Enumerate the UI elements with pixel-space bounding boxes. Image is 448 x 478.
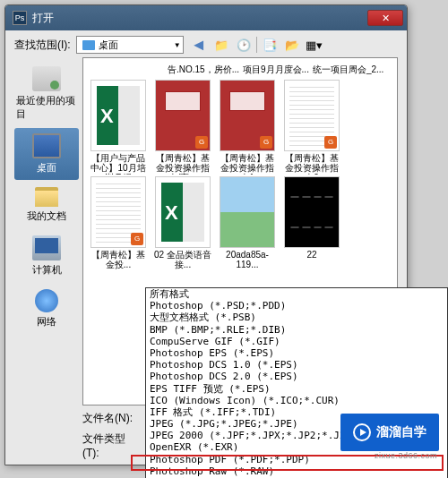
file-item[interactable]: 20ada85a-119... <box>216 176 279 269</box>
file-name: 【用户与产品中心】10月培训月报 <box>88 153 149 175</box>
computer-icon <box>32 235 61 260</box>
filetype-option[interactable]: CompuServe GIF (*.GIF) <box>146 336 447 347</box>
filetype-option[interactable]: Photoshop (*.PSD;*.PDD) <box>146 300 447 312</box>
file-item[interactable]: G【周青松】基金投... <box>87 176 150 269</box>
file-thumbnail <box>90 80 146 151</box>
file-name: 22 <box>306 250 316 260</box>
file-name: 02 全品类语音接... <box>152 250 213 269</box>
file-item[interactable]: 告.NO.15，房价... <box>168 64 239 76</box>
titlebar[interactable]: Ps 打开 ✕ <box>5 5 407 30</box>
file-item[interactable]: G【周青松】基金投资操作指南1 <box>216 80 279 175</box>
file-thumbnail: G <box>90 176 146 248</box>
up-icon[interactable]: 📁 <box>211 36 231 54</box>
filetype-option[interactable]: Photoshop DCS 2.0 (*.EPS) <box>146 371 447 382</box>
dialog-title: 打开 <box>32 11 367 26</box>
separator <box>256 37 257 53</box>
app-icon: Ps <box>13 11 27 25</box>
filetype-option[interactable]: Photoshop EPS (*.EPS) <box>146 347 447 359</box>
file-name: 【周青松】基金投资操作指南1 <box>217 153 278 175</box>
file-name: 20ada85a-119... <box>217 250 278 269</box>
play-icon <box>353 423 371 441</box>
nav-toolbar: ◄ 📁 🕑 📑 📂 ▦▾ <box>189 36 324 54</box>
filetype-option[interactable]: Photoshop Raw (*.RAW) <box>146 465 447 477</box>
file-item[interactable]: G【周青松】基金投资操作指南(高... <box>151 80 214 175</box>
file-item[interactable]: 统一项目周会_2... <box>313 64 383 76</box>
lookup-label: 查找范围(I): <box>14 38 71 53</box>
file-thumbnail <box>284 176 340 248</box>
filetype-option[interactable]: 大型文档格式 (*.PSB) <box>146 312 447 323</box>
file-item[interactable]: 22 <box>280 176 343 269</box>
new-folder-icon[interactable]: 📂 <box>282 36 302 54</box>
filename-label: 文件名(N): <box>82 411 140 426</box>
filetype-option[interactable]: 所有格式 <box>146 288 447 300</box>
file-name: 【周青松】基金投资操作指南(高... <box>152 153 213 175</box>
filetype-option[interactable]: EPS TIFF 预览 (*.EPS) <box>146 383 447 395</box>
file-item[interactable]: 02 全品类语音接... <box>151 176 214 269</box>
mydocs-icon <box>35 187 58 207</box>
file-row-partial: 告.NO.15，房价... 项目9月月度会... 统一项目周会_2... <box>87 62 393 80</box>
back-icon[interactable]: ◄ <box>189 36 209 54</box>
place-network[interactable]: 网络 <box>14 284 79 334</box>
pdf-badge-icon: G <box>195 136 208 149</box>
place-computer[interactable]: 计算机 <box>14 230 79 282</box>
pdf-badge-icon: G <box>260 136 272 149</box>
place-mydocs[interactable]: 我的文档 <box>14 182 79 228</box>
filetype-label: 文件类型(T): <box>82 431 140 459</box>
recent-icon <box>32 66 61 91</box>
watermark: 溜溜自学 <box>340 414 439 451</box>
watermark-url: zixue.3d66.com <box>375 451 437 460</box>
file-thumbnail: G <box>284 80 340 151</box>
file-name: 【周青松】基金投资操作指南2 <box>281 153 342 175</box>
view-menu-icon[interactable]: ▦▾ <box>305 36 324 54</box>
network-icon <box>35 289 58 312</box>
filetype-option[interactable]: Photoshop DCS 1.0 (*.EPS) <box>146 359 447 371</box>
file-name: 【周青松】基金投... <box>88 250 149 269</box>
desktop-icon <box>82 40 95 50</box>
file-thumbnail: G <box>155 80 211 151</box>
filetype-option[interactable]: BMP (*.BMP;*.RLE;*.DIB) <box>146 324 447 336</box>
close-button[interactable]: ✕ <box>367 10 403 26</box>
pdf-badge-icon: G <box>131 233 143 245</box>
folder-combo[interactable]: 桌面 ▼ <box>76 36 184 54</box>
file-thumbnail <box>220 176 275 248</box>
folder-value: 桌面 <box>99 38 118 52</box>
pdf-badge-icon: G <box>324 136 337 149</box>
file-item[interactable]: 项目9月月度会... <box>243 64 309 76</box>
file-thumbnail <box>155 176 211 248</box>
favorites-icon[interactable]: 📑 <box>260 36 280 54</box>
place-desktop[interactable]: 桌面 <box>14 128 79 180</box>
place-recent[interactable]: 最近使用的项目 <box>14 61 79 126</box>
desktop-place-icon <box>32 133 61 158</box>
filetype-option[interactable]: ICO (Windows Icon) (*.ICO;*.CUR) <box>146 395 447 406</box>
lookup-row: 查找范围(I): 桌面 ▼ ◄ 📁 🕑 📑 📂 ▦▾ <box>14 36 398 54</box>
file-item[interactable]: 【用户与产品中心】10月培训月报 <box>87 80 150 175</box>
chevron-down-icon: ▼ <box>174 41 181 49</box>
file-thumbnail: G <box>220 80 275 151</box>
places-bar: 最近使用的项目 桌面 我的文档 计算机 网络 <box>14 57 79 459</box>
history-icon[interactable]: 🕑 <box>234 36 254 54</box>
file-item[interactable]: G【周青松】基金投资操作指南2 <box>280 80 343 175</box>
file-grid: 【用户与产品中心】10月培训月报G【周青松】基金投资操作指南(高...G【周青松… <box>87 80 393 269</box>
